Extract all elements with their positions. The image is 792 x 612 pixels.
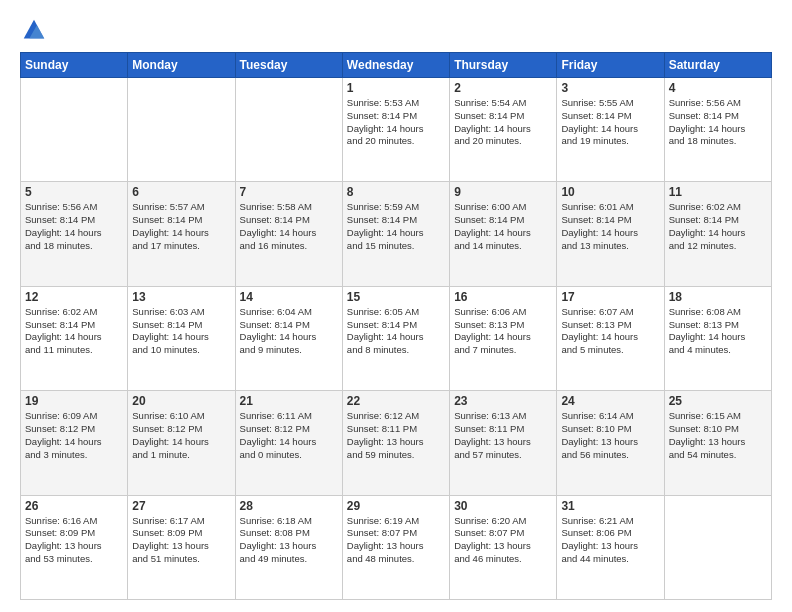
day-number: 8 bbox=[347, 185, 445, 199]
calendar-week-3: 19Sunrise: 6:09 AM Sunset: 8:12 PM Dayli… bbox=[21, 391, 772, 495]
weekday-header-sunday: Sunday bbox=[21, 53, 128, 78]
day-info: Sunrise: 6:18 AM Sunset: 8:08 PM Dayligh… bbox=[240, 515, 338, 566]
calendar-week-0: 1Sunrise: 5:53 AM Sunset: 8:14 PM Daylig… bbox=[21, 78, 772, 182]
calendar-week-1: 5Sunrise: 5:56 AM Sunset: 8:14 PM Daylig… bbox=[21, 182, 772, 286]
day-number: 14 bbox=[240, 290, 338, 304]
calendar-cell: 24Sunrise: 6:14 AM Sunset: 8:10 PM Dayli… bbox=[557, 391, 664, 495]
calendar-cell bbox=[235, 78, 342, 182]
day-number: 6 bbox=[132, 185, 230, 199]
day-number: 11 bbox=[669, 185, 767, 199]
day-info: Sunrise: 6:17 AM Sunset: 8:09 PM Dayligh… bbox=[132, 515, 230, 566]
calendar-cell: 17Sunrise: 6:07 AM Sunset: 8:13 PM Dayli… bbox=[557, 286, 664, 390]
calendar-cell: 25Sunrise: 6:15 AM Sunset: 8:10 PM Dayli… bbox=[664, 391, 771, 495]
weekday-header-row: SundayMondayTuesdayWednesdayThursdayFrid… bbox=[21, 53, 772, 78]
day-info: Sunrise: 6:04 AM Sunset: 8:14 PM Dayligh… bbox=[240, 306, 338, 357]
day-info: Sunrise: 6:13 AM Sunset: 8:11 PM Dayligh… bbox=[454, 410, 552, 461]
calendar-cell: 2Sunrise: 5:54 AM Sunset: 8:14 PM Daylig… bbox=[450, 78, 557, 182]
day-number: 13 bbox=[132, 290, 230, 304]
calendar-cell: 26Sunrise: 6:16 AM Sunset: 8:09 PM Dayli… bbox=[21, 495, 128, 599]
day-info: Sunrise: 6:09 AM Sunset: 8:12 PM Dayligh… bbox=[25, 410, 123, 461]
weekday-header-monday: Monday bbox=[128, 53, 235, 78]
day-info: Sunrise: 6:19 AM Sunset: 8:07 PM Dayligh… bbox=[347, 515, 445, 566]
calendar-cell: 23Sunrise: 6:13 AM Sunset: 8:11 PM Dayli… bbox=[450, 391, 557, 495]
calendar-cell: 15Sunrise: 6:05 AM Sunset: 8:14 PM Dayli… bbox=[342, 286, 449, 390]
day-info: Sunrise: 5:59 AM Sunset: 8:14 PM Dayligh… bbox=[347, 201, 445, 252]
calendar-cell: 5Sunrise: 5:56 AM Sunset: 8:14 PM Daylig… bbox=[21, 182, 128, 286]
day-info: Sunrise: 6:00 AM Sunset: 8:14 PM Dayligh… bbox=[454, 201, 552, 252]
day-number: 29 bbox=[347, 499, 445, 513]
calendar-cell: 27Sunrise: 6:17 AM Sunset: 8:09 PM Dayli… bbox=[128, 495, 235, 599]
day-info: Sunrise: 6:01 AM Sunset: 8:14 PM Dayligh… bbox=[561, 201, 659, 252]
calendar-cell: 3Sunrise: 5:55 AM Sunset: 8:14 PM Daylig… bbox=[557, 78, 664, 182]
day-info: Sunrise: 5:54 AM Sunset: 8:14 PM Dayligh… bbox=[454, 97, 552, 148]
calendar-cell: 16Sunrise: 6:06 AM Sunset: 8:13 PM Dayli… bbox=[450, 286, 557, 390]
calendar-cell: 13Sunrise: 6:03 AM Sunset: 8:14 PM Dayli… bbox=[128, 286, 235, 390]
day-number: 16 bbox=[454, 290, 552, 304]
day-number: 27 bbox=[132, 499, 230, 513]
page: SundayMondayTuesdayWednesdayThursdayFrid… bbox=[0, 0, 792, 612]
calendar-cell: 12Sunrise: 6:02 AM Sunset: 8:14 PM Dayli… bbox=[21, 286, 128, 390]
day-info: Sunrise: 5:56 AM Sunset: 8:14 PM Dayligh… bbox=[25, 201, 123, 252]
calendar-cell: 8Sunrise: 5:59 AM Sunset: 8:14 PM Daylig… bbox=[342, 182, 449, 286]
day-number: 22 bbox=[347, 394, 445, 408]
calendar-cell: 1Sunrise: 5:53 AM Sunset: 8:14 PM Daylig… bbox=[342, 78, 449, 182]
day-number: 19 bbox=[25, 394, 123, 408]
calendar-week-2: 12Sunrise: 6:02 AM Sunset: 8:14 PM Dayli… bbox=[21, 286, 772, 390]
day-number: 28 bbox=[240, 499, 338, 513]
weekday-header-saturday: Saturday bbox=[664, 53, 771, 78]
weekday-header-wednesday: Wednesday bbox=[342, 53, 449, 78]
day-info: Sunrise: 6:07 AM Sunset: 8:13 PM Dayligh… bbox=[561, 306, 659, 357]
calendar-cell: 29Sunrise: 6:19 AM Sunset: 8:07 PM Dayli… bbox=[342, 495, 449, 599]
day-info: Sunrise: 6:02 AM Sunset: 8:14 PM Dayligh… bbox=[669, 201, 767, 252]
day-number: 5 bbox=[25, 185, 123, 199]
day-info: Sunrise: 6:12 AM Sunset: 8:11 PM Dayligh… bbox=[347, 410, 445, 461]
day-info: Sunrise: 5:53 AM Sunset: 8:14 PM Dayligh… bbox=[347, 97, 445, 148]
day-number: 18 bbox=[669, 290, 767, 304]
weekday-header-thursday: Thursday bbox=[450, 53, 557, 78]
day-info: Sunrise: 5:58 AM Sunset: 8:14 PM Dayligh… bbox=[240, 201, 338, 252]
day-number: 23 bbox=[454, 394, 552, 408]
calendar-cell bbox=[128, 78, 235, 182]
calendar-table: SundayMondayTuesdayWednesdayThursdayFrid… bbox=[20, 52, 772, 600]
logo bbox=[20, 16, 52, 44]
day-info: Sunrise: 6:14 AM Sunset: 8:10 PM Dayligh… bbox=[561, 410, 659, 461]
day-info: Sunrise: 6:08 AM Sunset: 8:13 PM Dayligh… bbox=[669, 306, 767, 357]
day-info: Sunrise: 6:03 AM Sunset: 8:14 PM Dayligh… bbox=[132, 306, 230, 357]
calendar-cell: 21Sunrise: 6:11 AM Sunset: 8:12 PM Dayli… bbox=[235, 391, 342, 495]
calendar-cell bbox=[21, 78, 128, 182]
day-info: Sunrise: 6:10 AM Sunset: 8:12 PM Dayligh… bbox=[132, 410, 230, 461]
day-info: Sunrise: 6:20 AM Sunset: 8:07 PM Dayligh… bbox=[454, 515, 552, 566]
weekday-header-friday: Friday bbox=[557, 53, 664, 78]
calendar-cell: 11Sunrise: 6:02 AM Sunset: 8:14 PM Dayli… bbox=[664, 182, 771, 286]
calendar-cell: 28Sunrise: 6:18 AM Sunset: 8:08 PM Dayli… bbox=[235, 495, 342, 599]
calendar-cell: 9Sunrise: 6:00 AM Sunset: 8:14 PM Daylig… bbox=[450, 182, 557, 286]
calendar-cell: 31Sunrise: 6:21 AM Sunset: 8:06 PM Dayli… bbox=[557, 495, 664, 599]
day-number: 31 bbox=[561, 499, 659, 513]
day-info: Sunrise: 5:55 AM Sunset: 8:14 PM Dayligh… bbox=[561, 97, 659, 148]
calendar-cell: 20Sunrise: 6:10 AM Sunset: 8:12 PM Dayli… bbox=[128, 391, 235, 495]
logo-icon bbox=[20, 16, 48, 44]
day-number: 4 bbox=[669, 81, 767, 95]
day-number: 3 bbox=[561, 81, 659, 95]
day-number: 9 bbox=[454, 185, 552, 199]
calendar-cell: 6Sunrise: 5:57 AM Sunset: 8:14 PM Daylig… bbox=[128, 182, 235, 286]
day-info: Sunrise: 5:57 AM Sunset: 8:14 PM Dayligh… bbox=[132, 201, 230, 252]
day-number: 12 bbox=[25, 290, 123, 304]
calendar-cell: 4Sunrise: 5:56 AM Sunset: 8:14 PM Daylig… bbox=[664, 78, 771, 182]
day-number: 15 bbox=[347, 290, 445, 304]
calendar-cell: 10Sunrise: 6:01 AM Sunset: 8:14 PM Dayli… bbox=[557, 182, 664, 286]
calendar-cell: 30Sunrise: 6:20 AM Sunset: 8:07 PM Dayli… bbox=[450, 495, 557, 599]
day-number: 17 bbox=[561, 290, 659, 304]
day-info: Sunrise: 6:16 AM Sunset: 8:09 PM Dayligh… bbox=[25, 515, 123, 566]
day-info: Sunrise: 5:56 AM Sunset: 8:14 PM Dayligh… bbox=[669, 97, 767, 148]
day-number: 7 bbox=[240, 185, 338, 199]
day-number: 25 bbox=[669, 394, 767, 408]
day-number: 2 bbox=[454, 81, 552, 95]
day-number: 30 bbox=[454, 499, 552, 513]
calendar-week-4: 26Sunrise: 6:16 AM Sunset: 8:09 PM Dayli… bbox=[21, 495, 772, 599]
calendar-cell: 19Sunrise: 6:09 AM Sunset: 8:12 PM Dayli… bbox=[21, 391, 128, 495]
calendar-cell bbox=[664, 495, 771, 599]
day-info: Sunrise: 6:05 AM Sunset: 8:14 PM Dayligh… bbox=[347, 306, 445, 357]
day-number: 1 bbox=[347, 81, 445, 95]
day-info: Sunrise: 6:02 AM Sunset: 8:14 PM Dayligh… bbox=[25, 306, 123, 357]
